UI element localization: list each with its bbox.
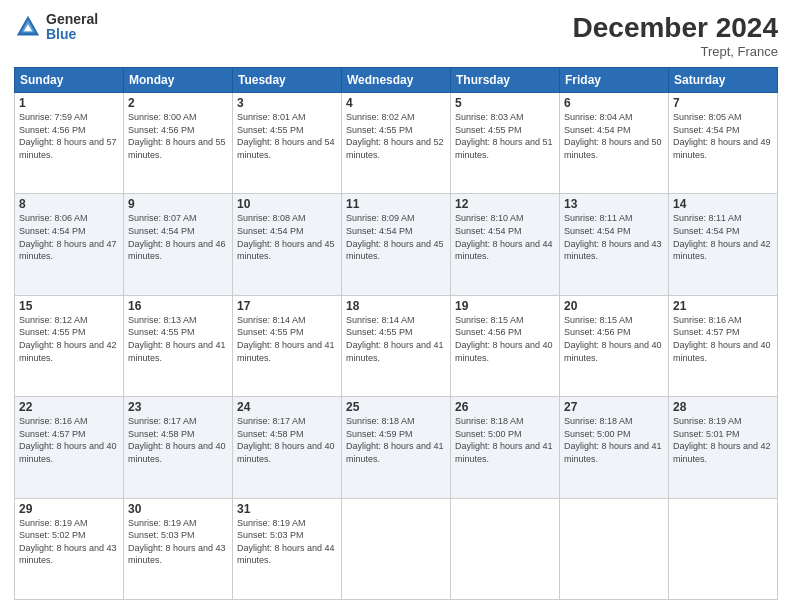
calendar-week-row: 22Sunrise: 8:16 AMSunset: 4:57 PMDayligh… bbox=[15, 397, 778, 498]
day-number: 1 bbox=[19, 96, 119, 110]
title-area: December 2024 Trept, France bbox=[573, 12, 778, 59]
logo-blue-text: Blue bbox=[46, 27, 98, 42]
calendar-cell: 23Sunrise: 8:17 AMSunset: 4:58 PMDayligh… bbox=[124, 397, 233, 498]
day-number: 22 bbox=[19, 400, 119, 414]
day-info: Sunrise: 8:13 AMSunset: 4:55 PMDaylight:… bbox=[128, 314, 228, 364]
calendar-table: Sunday Monday Tuesday Wednesday Thursday… bbox=[14, 67, 778, 600]
calendar-cell: 28Sunrise: 8:19 AMSunset: 5:01 PMDayligh… bbox=[669, 397, 778, 498]
calendar-week-row: 8Sunrise: 8:06 AMSunset: 4:54 PMDaylight… bbox=[15, 194, 778, 295]
logo-general-text: General bbox=[46, 12, 98, 27]
calendar-cell: 2Sunrise: 8:00 AMSunset: 4:56 PMDaylight… bbox=[124, 93, 233, 194]
calendar-cell: 1Sunrise: 7:59 AMSunset: 4:56 PMDaylight… bbox=[15, 93, 124, 194]
col-saturday: Saturday bbox=[669, 68, 778, 93]
day-info: Sunrise: 8:09 AMSunset: 4:54 PMDaylight:… bbox=[346, 212, 446, 262]
col-wednesday: Wednesday bbox=[342, 68, 451, 93]
col-thursday: Thursday bbox=[451, 68, 560, 93]
calendar-cell: 6Sunrise: 8:04 AMSunset: 4:54 PMDaylight… bbox=[560, 93, 669, 194]
day-number: 25 bbox=[346, 400, 446, 414]
col-sunday: Sunday bbox=[15, 68, 124, 93]
day-info: Sunrise: 8:03 AMSunset: 4:55 PMDaylight:… bbox=[455, 111, 555, 161]
calendar-cell: 31Sunrise: 8:19 AMSunset: 5:03 PMDayligh… bbox=[233, 498, 342, 599]
calendar-cell bbox=[342, 498, 451, 599]
calendar-cell: 22Sunrise: 8:16 AMSunset: 4:57 PMDayligh… bbox=[15, 397, 124, 498]
day-number: 24 bbox=[237, 400, 337, 414]
calendar-cell: 10Sunrise: 8:08 AMSunset: 4:54 PMDayligh… bbox=[233, 194, 342, 295]
month-title: December 2024 bbox=[573, 12, 778, 44]
day-info: Sunrise: 7:59 AMSunset: 4:56 PMDaylight:… bbox=[19, 111, 119, 161]
calendar-week-row: 29Sunrise: 8:19 AMSunset: 5:02 PMDayligh… bbox=[15, 498, 778, 599]
day-number: 31 bbox=[237, 502, 337, 516]
day-info: Sunrise: 8:14 AMSunset: 4:55 PMDaylight:… bbox=[237, 314, 337, 364]
day-number: 13 bbox=[564, 197, 664, 211]
day-info: Sunrise: 8:10 AMSunset: 4:54 PMDaylight:… bbox=[455, 212, 555, 262]
day-number: 26 bbox=[455, 400, 555, 414]
day-info: Sunrise: 8:07 AMSunset: 4:54 PMDaylight:… bbox=[128, 212, 228, 262]
calendar-cell: 17Sunrise: 8:14 AMSunset: 4:55 PMDayligh… bbox=[233, 295, 342, 396]
calendar-cell: 8Sunrise: 8:06 AMSunset: 4:54 PMDaylight… bbox=[15, 194, 124, 295]
day-info: Sunrise: 8:14 AMSunset: 4:55 PMDaylight:… bbox=[346, 314, 446, 364]
day-info: Sunrise: 8:18 AMSunset: 5:00 PMDaylight:… bbox=[455, 415, 555, 465]
day-number: 15 bbox=[19, 299, 119, 313]
day-info: Sunrise: 8:02 AMSunset: 4:55 PMDaylight:… bbox=[346, 111, 446, 161]
calendar-page: General Blue December 2024 Trept, France… bbox=[0, 0, 792, 612]
calendar-cell: 20Sunrise: 8:15 AMSunset: 4:56 PMDayligh… bbox=[560, 295, 669, 396]
calendar-header: Sunday Monday Tuesday Wednesday Thursday… bbox=[15, 68, 778, 93]
calendar-cell: 19Sunrise: 8:15 AMSunset: 4:56 PMDayligh… bbox=[451, 295, 560, 396]
location-subtitle: Trept, France bbox=[573, 44, 778, 59]
calendar-cell: 12Sunrise: 8:10 AMSunset: 4:54 PMDayligh… bbox=[451, 194, 560, 295]
calendar-week-row: 15Sunrise: 8:12 AMSunset: 4:55 PMDayligh… bbox=[15, 295, 778, 396]
day-number: 19 bbox=[455, 299, 555, 313]
day-number: 10 bbox=[237, 197, 337, 211]
calendar-week-row: 1Sunrise: 7:59 AMSunset: 4:56 PMDaylight… bbox=[15, 93, 778, 194]
calendar-body: 1Sunrise: 7:59 AMSunset: 4:56 PMDaylight… bbox=[15, 93, 778, 600]
calendar-cell bbox=[560, 498, 669, 599]
day-info: Sunrise: 8:11 AMSunset: 4:54 PMDaylight:… bbox=[564, 212, 664, 262]
day-info: Sunrise: 8:00 AMSunset: 4:56 PMDaylight:… bbox=[128, 111, 228, 161]
day-number: 9 bbox=[128, 197, 228, 211]
day-number: 11 bbox=[346, 197, 446, 211]
day-info: Sunrise: 8:05 AMSunset: 4:54 PMDaylight:… bbox=[673, 111, 773, 161]
day-number: 14 bbox=[673, 197, 773, 211]
logo-icon bbox=[14, 13, 42, 41]
calendar-cell: 29Sunrise: 8:19 AMSunset: 5:02 PMDayligh… bbox=[15, 498, 124, 599]
calendar-cell: 13Sunrise: 8:11 AMSunset: 4:54 PMDayligh… bbox=[560, 194, 669, 295]
calendar-cell: 27Sunrise: 8:18 AMSunset: 5:00 PMDayligh… bbox=[560, 397, 669, 498]
day-info: Sunrise: 8:08 AMSunset: 4:54 PMDaylight:… bbox=[237, 212, 337, 262]
calendar-cell: 21Sunrise: 8:16 AMSunset: 4:57 PMDayligh… bbox=[669, 295, 778, 396]
day-number: 8 bbox=[19, 197, 119, 211]
day-number: 3 bbox=[237, 96, 337, 110]
calendar-cell: 25Sunrise: 8:18 AMSunset: 4:59 PMDayligh… bbox=[342, 397, 451, 498]
day-number: 20 bbox=[564, 299, 664, 313]
day-number: 17 bbox=[237, 299, 337, 313]
header-row: Sunday Monday Tuesday Wednesday Thursday… bbox=[15, 68, 778, 93]
calendar-cell: 5Sunrise: 8:03 AMSunset: 4:55 PMDaylight… bbox=[451, 93, 560, 194]
day-number: 21 bbox=[673, 299, 773, 313]
day-number: 6 bbox=[564, 96, 664, 110]
logo-text: General Blue bbox=[46, 12, 98, 43]
day-info: Sunrise: 8:16 AMSunset: 4:57 PMDaylight:… bbox=[673, 314, 773, 364]
day-info: Sunrise: 8:19 AMSunset: 5:03 PMDaylight:… bbox=[128, 517, 228, 567]
calendar-cell: 30Sunrise: 8:19 AMSunset: 5:03 PMDayligh… bbox=[124, 498, 233, 599]
day-number: 29 bbox=[19, 502, 119, 516]
day-info: Sunrise: 8:19 AMSunset: 5:02 PMDaylight:… bbox=[19, 517, 119, 567]
day-info: Sunrise: 8:12 AMSunset: 4:55 PMDaylight:… bbox=[19, 314, 119, 364]
col-friday: Friday bbox=[560, 68, 669, 93]
calendar-cell: 3Sunrise: 8:01 AMSunset: 4:55 PMDaylight… bbox=[233, 93, 342, 194]
col-tuesday: Tuesday bbox=[233, 68, 342, 93]
day-number: 5 bbox=[455, 96, 555, 110]
day-info: Sunrise: 8:15 AMSunset: 4:56 PMDaylight:… bbox=[455, 314, 555, 364]
day-info: Sunrise: 8:17 AMSunset: 4:58 PMDaylight:… bbox=[128, 415, 228, 465]
day-number: 28 bbox=[673, 400, 773, 414]
day-info: Sunrise: 8:15 AMSunset: 4:56 PMDaylight:… bbox=[564, 314, 664, 364]
calendar-cell: 4Sunrise: 8:02 AMSunset: 4:55 PMDaylight… bbox=[342, 93, 451, 194]
day-info: Sunrise: 8:19 AMSunset: 5:03 PMDaylight:… bbox=[237, 517, 337, 567]
day-info: Sunrise: 8:19 AMSunset: 5:01 PMDaylight:… bbox=[673, 415, 773, 465]
calendar-cell: 26Sunrise: 8:18 AMSunset: 5:00 PMDayligh… bbox=[451, 397, 560, 498]
col-monday: Monday bbox=[124, 68, 233, 93]
day-number: 18 bbox=[346, 299, 446, 313]
day-number: 27 bbox=[564, 400, 664, 414]
day-number: 7 bbox=[673, 96, 773, 110]
day-info: Sunrise: 8:06 AMSunset: 4:54 PMDaylight:… bbox=[19, 212, 119, 262]
calendar-cell: 14Sunrise: 8:11 AMSunset: 4:54 PMDayligh… bbox=[669, 194, 778, 295]
calendar-cell bbox=[451, 498, 560, 599]
